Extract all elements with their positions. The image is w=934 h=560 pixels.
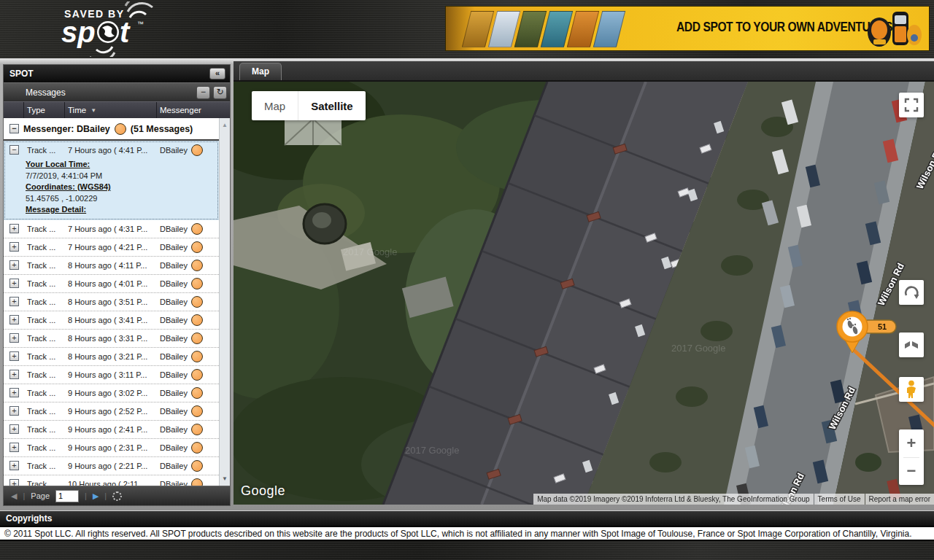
expand-row-icon[interactable]: + xyxy=(9,315,19,324)
expand-row-icon[interactable]: + xyxy=(9,370,19,379)
message-row[interactable]: + Track ... 10 Hours ago ( 2:11 ... DBai… xyxy=(4,475,219,486)
messenger-dot-icon xyxy=(191,369,203,381)
message-row[interactable]: + Track ... 8 Hours ago ( 4:01 P... DBai… xyxy=(4,275,219,293)
message-row[interactable]: + Track ... 9 Hours ago ( 3:11 P... DBai… xyxy=(4,366,219,384)
message-row[interactable]: + Track ... 8 Hours ago ( 3:21 P... DBai… xyxy=(4,348,219,366)
top-header: SAVED BY sp t ™ xyxy=(0,0,934,58)
spot-logo[interactable]: SAVED BY sp t ™ xyxy=(45,1,206,60)
collapse-group-icon[interactable]: − xyxy=(9,124,19,133)
minimize-messages-button[interactable]: − xyxy=(196,86,210,99)
message-type: Track ... xyxy=(24,462,65,470)
pegman-button[interactable] xyxy=(899,377,924,402)
message-row[interactable]: + Track ... 9 Hours ago ( 2:31 P... DBai… xyxy=(4,439,219,457)
messenger-dot-icon xyxy=(191,260,203,271)
expand-row-icon[interactable]: + xyxy=(9,333,19,343)
fullscreen-button[interactable] xyxy=(899,93,924,117)
expand-row-icon[interactable]: + xyxy=(9,424,19,434)
message-row[interactable]: + Track ... 9 Hours ago ( 2:21 P... DBai… xyxy=(4,457,219,475)
copyright-text-strip: © 2011 Spot LLC. All rights reserved. Al… xyxy=(0,526,934,541)
message-type: Track ... xyxy=(24,480,65,486)
message-row[interactable]: + Track ... 9 Hours ago ( 3:02 P... DBai… xyxy=(4,384,219,402)
maptype-map-button[interactable]: Map xyxy=(252,91,298,120)
logo-brand-t: t xyxy=(120,16,131,48)
report-map-error-link[interactable]: Report a map error xyxy=(865,494,934,505)
expand-row-icon[interactable]: + xyxy=(9,461,19,470)
expand-row-icon[interactable]: + xyxy=(9,406,19,416)
tab-map[interactable]: Map xyxy=(239,63,282,80)
collapse-sidebar-button[interactable]: « xyxy=(209,68,225,79)
sidebar-panel: SPOT « Messages − ↻ Type Time ▼ Messenge… xyxy=(3,64,231,506)
local-time-value: 7/7/2019, 4:41:04 PM xyxy=(26,171,219,182)
ad-banner[interactable]: ADD SPOT TO YOUR OWN ADVENTURES>> xyxy=(445,6,930,51)
time-column-header[interactable]: Time ▼ xyxy=(65,102,157,118)
signal-arcs-bottom-icon xyxy=(90,47,115,57)
message-time: 9 Hours ago ( 2:41 P... xyxy=(65,425,157,434)
message-time: 8 Hours ago ( 3:51 P... xyxy=(65,298,157,306)
message-row[interactable]: + Track ... 8 Hours ago ( 3:41 P... DBai… xyxy=(4,311,219,330)
prev-page-button[interactable]: ◀ xyxy=(11,491,17,501)
expand-row-icon[interactable]: + xyxy=(9,351,19,361)
scroll-up-icon[interactable]: ▲ xyxy=(220,120,230,131)
expand-row-icon[interactable]: + xyxy=(9,388,19,397)
google-logo[interactable]: Google xyxy=(241,483,285,499)
type-column-header[interactable]: Type xyxy=(24,102,65,118)
messenger-dot-icon xyxy=(191,144,203,156)
signal-arcs-top-icon xyxy=(126,1,159,18)
coordinates-label: Coordinates: (WGS84) xyxy=(26,182,219,193)
message-row[interactable]: + Track ... 8 Hours ago ( 3:31 P... DBai… xyxy=(4,330,219,348)
maptype-control: Map Satellite xyxy=(252,91,366,120)
messenger-dot-icon xyxy=(191,223,203,235)
expand-row-icon[interactable]: + xyxy=(9,260,19,270)
map-viewport[interactable]: 2017 Google 2017 Google 2017 Google Wils… xyxy=(234,82,934,505)
zoom-out-button[interactable]: − xyxy=(899,458,924,486)
scroll-down-icon[interactable]: ▼ xyxy=(220,473,230,484)
maptype-satellite-button[interactable]: Satellite xyxy=(298,91,366,120)
local-time-label: Your Local Time: xyxy=(26,159,219,171)
terms-of-use-link[interactable]: Terms of Use xyxy=(814,494,865,505)
expand-row-icon[interactable]: + xyxy=(9,297,19,306)
map-attribution: Map data ©2019 Imagery ©2019 Infoterra L… xyxy=(533,494,934,505)
expand-row-icon[interactable]: + xyxy=(9,224,19,233)
expanded-message[interactable]: − Track ... 7 Hours ago ( 4:41 P... DBai… xyxy=(4,141,219,220)
page-input[interactable] xyxy=(55,490,79,502)
message-row[interactable]: + Track ... 8 Hours ago ( 3:51 P... DBai… xyxy=(4,293,219,311)
satellite-imagery[interactable]: 2017 Google 2017 Google 2017 Google Wils… xyxy=(234,82,934,505)
copyright-text: © 2011 Spot LLC. All rights reserved. Al… xyxy=(4,529,912,539)
tab-map-label: Map xyxy=(252,66,269,77)
message-type: Track ... xyxy=(24,407,65,416)
pegman-icon xyxy=(903,380,919,399)
tilt-view-button[interactable] xyxy=(899,332,924,357)
list-scrollbar[interactable]: ▲ ▼ xyxy=(219,118,230,486)
refresh-messages-button[interactable]: ↻ xyxy=(213,86,227,99)
message-messenger: DBailey xyxy=(160,146,188,155)
message-row[interactable]: + Track ... 9 Hours ago ( 2:41 P... DBai… xyxy=(4,421,219,439)
message-time: 9 Hours ago ( 2:31 P... xyxy=(65,443,157,452)
expand-row-icon[interactable]: + xyxy=(9,279,19,288)
messenger-dot-icon xyxy=(191,241,203,253)
message-time: 9 Hours ago ( 2:21 P... xyxy=(65,462,157,470)
message-row[interactable]: + Track ... 9 Hours ago ( 2:52 P... DBai… xyxy=(4,402,219,421)
message-messenger: DBailey xyxy=(160,425,188,434)
message-messenger: DBailey xyxy=(160,389,188,397)
next-page-button[interactable]: ▶ xyxy=(93,491,99,501)
expand-row-icon[interactable]: + xyxy=(9,479,19,486)
message-time: 8 Hours ago ( 4:01 P... xyxy=(65,279,157,288)
logo-tm: ™ xyxy=(137,20,144,28)
messenger-dot-icon xyxy=(191,296,203,308)
expand-row-icon[interactable]: + xyxy=(9,242,19,252)
rotate-map-button[interactable] xyxy=(899,280,924,305)
expand-row-icon[interactable]: + xyxy=(9,443,19,452)
message-row[interactable]: + Track ... 7 Hours ago ( 4:31 P... DBai… xyxy=(4,220,219,238)
messenger-column-header[interactable]: Messenger xyxy=(157,102,230,118)
message-row[interactable]: + Track ... 7 Hours ago ( 4:21 P... DBai… xyxy=(4,238,219,257)
message-time: 7 Hours ago ( 4:21 P... xyxy=(65,243,157,252)
message-detail-block: Your Local Time: 7/7/2019, 4:41:04 PM Co… xyxy=(4,159,219,216)
messenger-group-header[interactable]: − Messenger: DBailey (51 Messages) xyxy=(4,118,219,141)
expanded-message-row[interactable]: − Track ... 7 Hours ago ( 4:41 P... DBai… xyxy=(4,141,219,159)
zoom-in-button[interactable]: + xyxy=(899,429,924,457)
message-type: Track ... xyxy=(24,243,65,252)
message-row[interactable]: + Track ... 8 Hours ago ( 4:11 P... DBai… xyxy=(4,257,219,275)
collapse-row-icon[interactable]: − xyxy=(9,145,19,155)
message-type: Track ... xyxy=(24,298,65,306)
message-messenger: DBailey xyxy=(160,279,188,288)
